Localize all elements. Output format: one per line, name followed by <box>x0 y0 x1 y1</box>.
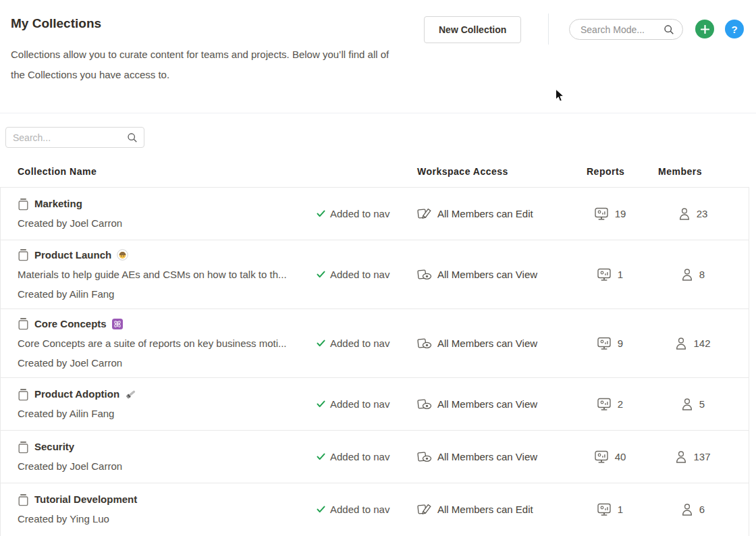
help-button[interactable]: ? <box>725 20 744 38</box>
check-icon <box>317 506 325 513</box>
reports-value: 2 <box>618 398 623 410</box>
check-icon <box>317 340 325 347</box>
collection-description: Core Concepts are a suite of reports on … <box>18 337 287 350</box>
collection-name-link[interactable]: Tutorial Development <box>34 493 137 506</box>
collection-icon <box>18 248 29 261</box>
added-to-nav-label: Added to nav <box>330 398 389 410</box>
collection-name-cell: Product LaunchMaterials to help guide AE… <box>1 248 317 301</box>
reports-count: 40 <box>582 450 638 464</box>
check-icon <box>317 271 325 278</box>
collection-icon <box>18 493 29 506</box>
page-title: My Collections <box>11 16 101 31</box>
collections-filter-input[interactable] <box>5 127 144 148</box>
workspace-access: All Members can Edit <box>417 207 582 220</box>
members-value: 142 <box>693 338 710 349</box>
added-to-nav-label: Added to nav <box>330 208 389 219</box>
collection-creator: Created by Joel Carron <box>18 460 122 473</box>
collection-description: Materials to help guide AEs and CSMs on … <box>18 268 287 282</box>
collection-name-cell: MarketingCreated by Joel Carron <box>1 197 317 230</box>
column-header-members: Members <box>658 166 702 177</box>
members-value: 137 <box>693 451 710 462</box>
collection-creator: Created by Joel Carron <box>18 217 122 230</box>
header-divider <box>548 14 549 45</box>
members-value: 6 <box>699 504 705 515</box>
reports-value: 1 <box>618 504 623 515</box>
reports-value: 1 <box>618 269 623 280</box>
column-header-access: Workspace Access <box>417 166 508 177</box>
collection-name-link[interactable]: Security <box>34 440 74 454</box>
collection-creator: Created by Joel Carron <box>18 356 122 370</box>
members-value: 23 <box>697 208 708 219</box>
workspace-access: All Members can View <box>417 450 582 463</box>
report-icon <box>594 450 609 464</box>
member-icon <box>681 503 693 516</box>
reports-count: 1 <box>582 503 638 516</box>
added-to-nav: Added to nav <box>317 269 417 280</box>
added-to-nav-label: Added to nav <box>330 269 389 280</box>
view-badge-icon <box>417 398 432 410</box>
added-to-nav: Added to nav <box>317 208 417 219</box>
member-icon <box>681 398 693 410</box>
collection-creator: Created by Ying Luo <box>18 512 109 526</box>
workspace-access: All Members can View <box>417 268 582 281</box>
reports-count: 2 <box>582 398 638 411</box>
report-icon <box>597 337 612 350</box>
added-to-nav-label: Added to nav <box>330 451 389 462</box>
edit-badge-icon <box>417 207 432 220</box>
member-icon <box>678 207 691 220</box>
mouse-cursor-icon <box>555 88 565 105</box>
members-count: 8 <box>638 268 748 281</box>
view-badge-icon <box>417 337 432 350</box>
members-count: 5 <box>638 398 748 410</box>
global-search-input[interactable]: Search Mode... <box>569 19 683 40</box>
reports-value: 9 <box>618 338 623 349</box>
report-icon <box>597 398 612 411</box>
collection-name-link[interactable]: Marketing <box>34 197 82 211</box>
collection-creator: Created by Ailin Fang <box>18 407 114 421</box>
check-icon <box>317 210 325 217</box>
collection-name-cell: Core ConceptsCore Concepts are a suite o… <box>1 317 317 370</box>
added-to-nav: Added to nav <box>317 398 417 410</box>
global-search-placeholder: Search Mode... <box>580 24 658 35</box>
collection-row[interactable]: SecurityCreated by Joel CarronAdded to n… <box>1 430 749 483</box>
members-value: 8 <box>699 269 705 280</box>
collection-row[interactable]: MarketingCreated by Joel CarronAdded to … <box>1 187 749 240</box>
workspace-access-label: All Members can Edit <box>437 504 533 515</box>
new-collection-button[interactable]: New Collection <box>424 16 521 43</box>
added-to-nav: Added to nav <box>317 451 417 462</box>
view-badge-icon <box>417 268 432 281</box>
collection-row[interactable]: Tutorial DevelopmentCreated by Ying LuoA… <box>1 483 749 535</box>
collection-name-link[interactable]: Core Concepts <box>34 317 107 331</box>
workspace-access-label: All Members can View <box>437 451 537 462</box>
collection-name-link[interactable]: Product Adoption <box>34 387 119 401</box>
table-rows: MarketingCreated by Joel CarronAdded to … <box>1 187 749 535</box>
collection-icon <box>18 441 29 454</box>
column-header-reports: Reports <box>587 166 624 177</box>
collection-row[interactable]: Product AdoptionCreated by Ailin FangAdd… <box>1 377 749 430</box>
add-button[interactable] <box>695 20 714 38</box>
report-icon <box>594 207 609 221</box>
member-icon <box>675 450 687 463</box>
collection-name-cell: Tutorial DevelopmentCreated by Ying Luo <box>1 493 317 526</box>
check-icon <box>317 400 325 408</box>
collection-creator: Created by Ailin Fang <box>18 288 114 301</box>
member-icon <box>675 337 687 350</box>
reports-value: 40 <box>615 451 626 462</box>
collections-table: MarketingCreated by Joel CarronAdded to … <box>0 187 749 536</box>
collection-name-cell: SecurityCreated by Joel Carron <box>1 440 317 473</box>
astronaut-emoji <box>117 249 128 261</box>
reports-count: 9 <box>582 337 638 350</box>
collection-name-link[interactable]: Product Launch <box>34 248 111 262</box>
members-count: 142 <box>638 337 748 350</box>
plus-icon <box>701 25 709 34</box>
report-icon <box>597 503 612 516</box>
added-to-nav-label: Added to nav <box>330 338 389 349</box>
reports-count: 1 <box>582 268 638 282</box>
members-value: 5 <box>699 398 705 410</box>
collection-row[interactable]: Core ConceptsCore Concepts are a suite o… <box>1 309 749 377</box>
members-count: 137 <box>638 450 748 463</box>
workspace-access-label: All Members can View <box>437 269 537 280</box>
report-icon <box>597 268 612 282</box>
collection-row[interactable]: Product LaunchMaterials to help guide AE… <box>1 240 749 309</box>
flashlight-emoji <box>125 388 137 400</box>
